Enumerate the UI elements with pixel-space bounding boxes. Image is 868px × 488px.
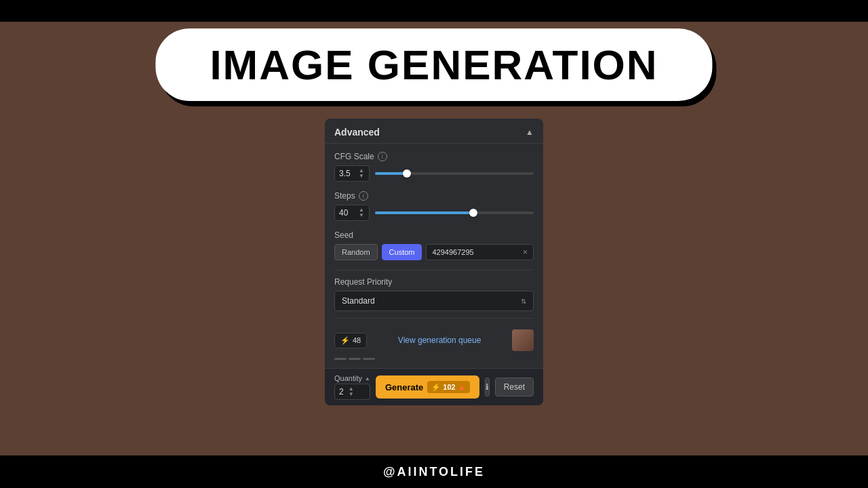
priority-label: Request Priority	[334, 277, 534, 287]
generate-lightning-icon: ⚡	[431, 383, 441, 392]
cfg-scale-label-row: CFG Scale i	[334, 152, 534, 161]
priority-section: Request Priority Standard ⇅	[334, 277, 534, 311]
dot-2	[349, 358, 361, 360]
generate-label: Generate	[385, 382, 423, 392]
info-icon: ℹ	[486, 382, 489, 392]
quantity-control: Quantity ▲ 2 ▲ ▼	[334, 374, 370, 400]
view-queue-link[interactable]: View generation queue	[398, 336, 481, 345]
cfg-scale-value: 3.5	[339, 169, 351, 178]
steps-section: Steps i 40 ▲ ▼	[334, 191, 534, 221]
priority-selected: Standard	[342, 296, 375, 306]
steps-info-icon[interactable]: i	[359, 191, 368, 201]
steps-label: Steps	[334, 191, 355, 201]
queue-dots	[334, 358, 534, 360]
cfg-scale-section: CFG Scale i 3.5 ▲ ▼	[334, 152, 534, 182]
steps-label-row: Steps i	[334, 191, 534, 201]
dot-1	[334, 358, 347, 360]
steps-slider[interactable]	[375, 206, 534, 220]
avatar-thumbnail	[512, 329, 534, 351]
generate-cost: 102	[443, 383, 455, 391]
seed-value-box: 4294967295 ×	[426, 244, 534, 260]
generate-warning-icon: ▲	[458, 382, 466, 392]
cfg-scale-input[interactable]: 3.5 ▲ ▼	[334, 165, 370, 182]
divider-2	[334, 318, 534, 319]
steps-input[interactable]: 40 ▲ ▼	[334, 205, 370, 221]
quantity-input[interactable]: 2 ▲ ▼	[334, 384, 370, 400]
steps-down[interactable]: ▼	[358, 213, 365, 218]
cfg-scale-down[interactable]: ▼	[358, 174, 365, 179]
panel-footer: Quantity ▲ 2 ▲ ▼ Generate ⚡ 102 ▲ ℹ	[325, 368, 543, 405]
bottom-bar: @AIINTOLIFE	[0, 455, 868, 488]
page-title: IMAGE GENERATION	[210, 41, 658, 88]
cfg-scale-thumb[interactable]	[403, 169, 411, 178]
dot-3	[363, 358, 375, 360]
cfg-scale-control: 3.5 ▲ ▼	[334, 165, 534, 182]
advanced-panel: Advanced ▲ CFG Scale i 3.5 ▲ ▼	[325, 119, 543, 405]
seed-value: 4294967295	[432, 248, 473, 256]
steps-value: 40	[339, 208, 348, 218]
panel-body: CFG Scale i 3.5 ▲ ▼	[325, 144, 543, 368]
queue-row: ⚡ 48 View generation queue	[334, 325, 534, 355]
quantity-label: Quantity	[334, 374, 362, 382]
generate-button[interactable]: Generate ⚡ 102 ▲	[376, 375, 479, 399]
seed-label: Seed	[334, 230, 534, 240]
top-bar	[0, 0, 868, 22]
steps-fill	[375, 211, 473, 214]
cfg-scale-slider[interactable]	[375, 167, 534, 180]
avatar-image	[512, 329, 534, 351]
steps-track	[375, 211, 534, 214]
cfg-scale-arrows: ▲ ▼	[358, 168, 365, 179]
seed-clear-button[interactable]: ×	[523, 247, 528, 257]
cfg-scale-track	[375, 172, 534, 175]
info-button[interactable]: ℹ	[485, 378, 490, 396]
priority-arrow-icon: ⇅	[521, 298, 526, 305]
quantity-arrows: ▲ ▼	[348, 386, 355, 397]
panel-title: Advanced	[334, 127, 380, 138]
bottom-handle-text: @AIINTOLIFE	[383, 465, 485, 479]
cfg-scale-label: CFG Scale	[334, 152, 374, 161]
steps-control: 40 ▲ ▼	[334, 205, 534, 221]
steps-thumb[interactable]	[469, 209, 477, 217]
priority-select[interactable]: Standard ⇅	[334, 291, 534, 311]
collapse-button[interactable]: ▲	[526, 127, 534, 137]
seed-random-button[interactable]: Random	[334, 244, 378, 260]
queue-count: 48	[353, 336, 361, 344]
panel-header: Advanced ▲	[325, 119, 543, 144]
cfg-scale-fill	[375, 172, 407, 175]
queue-lightning-icon: ⚡	[340, 336, 350, 345]
quantity-expand-icon[interactable]: ▲	[365, 375, 370, 382]
divider-1	[334, 270, 534, 270]
title-banner: IMAGE GENERATION	[155, 28, 712, 101]
queue-badge: ⚡ 48	[334, 333, 367, 348]
seed-section: Seed Random Custom 4294967295 ×	[334, 230, 534, 260]
steps-arrows: ▲ ▼	[358, 207, 365, 218]
quantity-down[interactable]: ▼	[348, 392, 355, 397]
quantity-value: 2	[339, 387, 344, 396]
seed-row: Random Custom 4294967295 ×	[334, 244, 534, 260]
generate-cost-badge: ⚡ 102 ▲	[427, 381, 469, 393]
cfg-scale-info-icon[interactable]: i	[378, 152, 387, 161]
quantity-label-row: Quantity ▲	[334, 374, 370, 382]
reset-button[interactable]: Reset	[495, 378, 534, 396]
seed-custom-button[interactable]: Custom	[382, 244, 422, 260]
